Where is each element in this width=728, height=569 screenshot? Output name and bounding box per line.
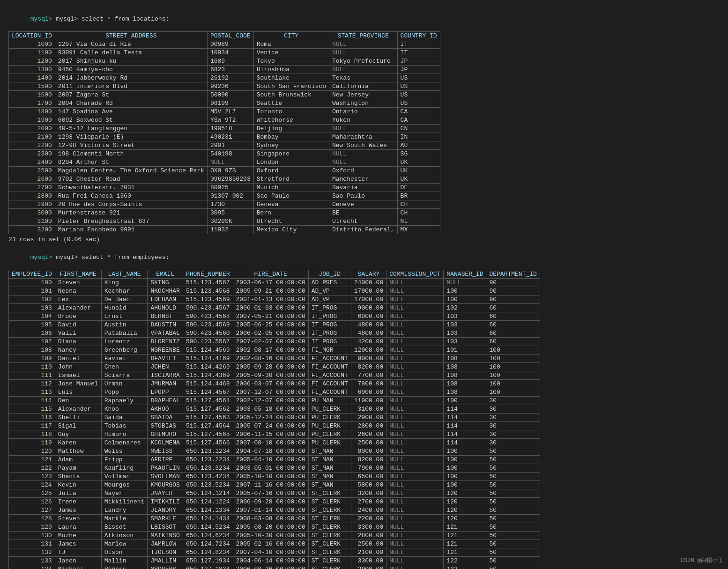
table-cell: TJ — [55, 548, 101, 557]
table-cell: Austin — [101, 321, 148, 329]
table-cell: CH — [397, 200, 440, 209]
table-cell: Khoo — [101, 405, 148, 414]
table-cell: Mourgos — [101, 481, 148, 489]
table-cell: 93091 Calle della Testa — [55, 49, 207, 57]
table-cell: AFRIPP — [148, 456, 183, 464]
table-cell: Hiroshima — [253, 66, 329, 74]
table-cell: 11932 — [207, 226, 253, 234]
table-cell: 100 — [444, 447, 486, 456]
table-cell: Bern — [253, 209, 329, 217]
table-row: 220012-98 Victoria Street2901SydneyNew S… — [9, 141, 440, 150]
table-cell: 50 — [486, 464, 540, 473]
table-cell: 108 — [9, 346, 55, 355]
table-cell: ST_MAN — [308, 473, 351, 481]
table-cell: 17000.00 — [351, 287, 386, 296]
table-cell: PU_CLERK — [308, 422, 351, 430]
table-cell: New Jersey — [329, 91, 397, 99]
employees-command: mysql> select * from employees; — [56, 254, 169, 261]
table-cell: 650.124.8234 — [183, 548, 233, 557]
table-cell: BE — [329, 209, 397, 217]
table-cell: YSW 9T2 — [207, 116, 253, 125]
table-cell: 50 — [486, 498, 540, 506]
table-cell: 100 — [444, 456, 486, 464]
table-cell: 2700.00 — [351, 498, 386, 506]
table-cell: 8000.00 — [351, 447, 386, 456]
table-cell: 108 — [444, 388, 486, 397]
table-cell: 2014 Jabberwocky Rd — [55, 74, 207, 82]
table-row: 2300198 Clementi North540198SingaporeNUL… — [9, 150, 440, 158]
table-cell: 107 — [9, 338, 55, 346]
table-cell: Baida — [101, 414, 148, 422]
table-cell: 106 — [9, 329, 55, 338]
table-cell: 100 — [486, 371, 540, 380]
table-row: 108NancyGreenbergNGREENBE515.124.4569200… — [9, 346, 540, 355]
table-cell: 100 — [444, 287, 486, 296]
table-cell: California — [329, 82, 397, 91]
table-cell: JLANDRY — [148, 506, 183, 515]
table-cell: Steven — [55, 279, 101, 287]
table-cell: 110 — [9, 363, 55, 371]
table-cell: 121 — [444, 523, 486, 532]
table-cell: Sao Paulo — [329, 192, 397, 200]
table-cell: 108 — [444, 363, 486, 371]
table-cell: Manchester — [329, 175, 397, 184]
table-cell: 9450 Kamiya-cho — [55, 66, 207, 74]
table-cell: DLORENTZ — [148, 338, 183, 346]
table-cell: JP — [397, 57, 440, 66]
table-row: 19006092 Boxwood StYSW 9T2WhitehorseYuko… — [9, 116, 440, 125]
table-cell: 4800.00 — [351, 329, 386, 338]
table-row: 13009450 Kamiya-cho6823HiroshimaNULLJP — [9, 66, 440, 74]
table-cell: MATKINSO — [148, 532, 183, 540]
table-cell: Michael — [55, 565, 101, 569]
table-cell: 2500.00 — [351, 439, 386, 447]
table-cell: 2007-04-10 00:00:00 — [233, 548, 308, 557]
table-cell: 1600 — [9, 91, 55, 99]
table-cell: 147 Spadina Ave — [55, 108, 207, 116]
table-cell: 4800.00 — [351, 321, 386, 329]
table-cell: Murtenstrasse 921 — [55, 209, 207, 217]
table-row: 105DavidAustinDAUSTIN590.423.45692005-06… — [9, 321, 540, 329]
table-cell: 12008.00 — [351, 346, 386, 355]
table-cell: ST_MAN — [308, 447, 351, 456]
table-cell: 590.423.4560 — [183, 329, 233, 338]
table-row: 115AlexanderKhooAKHOO515.127.45622003-05… — [9, 405, 540, 414]
table-cell: NULL — [386, 287, 444, 296]
locations-prompt: mysql> mysql> select * from locations; — [8, 8, 720, 30]
table-cell: 1800 — [9, 108, 55, 116]
table-cell: 114 — [9, 397, 55, 405]
table-cell: 60 — [486, 329, 540, 338]
table-cell: Yukon — [329, 116, 397, 125]
table-cell: DRAPHEAL — [148, 397, 183, 405]
table-cell: 650.123.3234 — [183, 464, 233, 473]
table-cell: 103 — [9, 304, 55, 312]
employees-table: EMPLOYEE_ID FIRST_NAME LAST_NAME EMAIL P… — [8, 270, 540, 569]
table-cell: 650.124.1334 — [183, 506, 233, 515]
table-cell: 103 — [444, 329, 486, 338]
table-cell: ST_MAN — [308, 481, 351, 489]
table-cell: Valli — [55, 329, 101, 338]
table-cell: 515.123.4569 — [183, 296, 233, 304]
table-cell: 2200 — [9, 141, 55, 150]
table-row: 100StevenKingSKING515.123.45672003-06-17… — [9, 279, 540, 287]
table-cell: 30 — [486, 414, 540, 422]
table-cell: 108 — [444, 371, 486, 380]
table-cell: 50 — [486, 548, 540, 557]
table-cell: 108 — [444, 380, 486, 388]
table-cell: 2007-01-14 00:00:00 — [233, 506, 308, 515]
table-cell: 121 — [444, 540, 486, 548]
table-row: 110JohnChenJCHEN515.124.42692005-09-28 0… — [9, 363, 540, 371]
table-cell: SMARKLE — [148, 515, 183, 523]
table-row: 131JamesMarlowJAMRLOW650.124.72342005-02… — [9, 540, 540, 548]
table-cell: 8200.00 — [351, 456, 386, 464]
table-cell: Diana — [55, 338, 101, 346]
table-cell: ST_MAN — [308, 456, 351, 464]
table-cell: Geneva — [253, 200, 329, 209]
table-cell: Bavaria — [329, 184, 397, 192]
table-cell: NULL — [386, 388, 444, 397]
table-cell: Sciarra — [101, 371, 148, 380]
table-cell: Utrecht — [253, 217, 329, 226]
table-cell: Singapore — [253, 150, 329, 158]
table-cell: 1000 — [9, 40, 55, 49]
table-row: 102LexDe HaanLDEHAAN515.123.45692001-01-… — [9, 296, 540, 304]
table-row: 127JamesLandryJLANDRY650.124.13342007-01… — [9, 506, 540, 515]
